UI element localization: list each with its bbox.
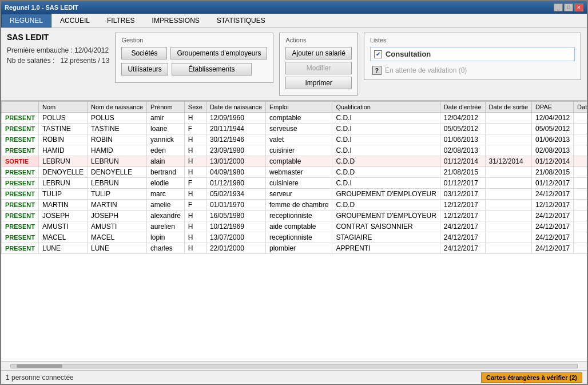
table-row[interactable]: PRESENTDENOYELLEDENOYELLEbertrandH04/09/… — [2, 167, 587, 178]
col-dpae: DPAE — [532, 102, 574, 113]
col-date-sortie: Date de sortie — [485, 102, 531, 113]
cell-2: POLUS — [88, 113, 147, 124]
cell-6: webmaster — [266, 167, 332, 178]
table-row[interactable]: PRESENTMACELMACELlopinH13/07/2000recepti… — [2, 232, 587, 243]
table-row[interactable]: SORTIELEBRUNLEBRUNalainH13/01/2000compta… — [2, 156, 587, 167]
cell-9 — [485, 232, 531, 243]
table-row[interactable]: PRESENTAMUSTIAMUSTIaurelienH10/12/1969ai… — [2, 221, 587, 232]
table-row[interactable]: PRESENTROBINROBINyannickH30/12/1946valet… — [2, 134, 587, 145]
cell-4: H — [184, 232, 206, 243]
cell-10: 01/12/2014 — [532, 156, 574, 167]
modifier-button[interactable]: Modifier — [285, 62, 351, 74]
cell-1: HAMID — [38, 145, 87, 156]
cell-4: H — [184, 156, 206, 167]
col-date-naissance: Date de naissance — [206, 102, 265, 113]
cell-11 — [574, 221, 587, 232]
premiere-embauche-label: Première embauche : — [7, 46, 73, 54]
cell-11 — [574, 156, 587, 167]
cell-0: PRESENT — [2, 211, 39, 221]
cell-1: LUNE — [38, 243, 87, 254]
cell-4: H — [184, 134, 206, 145]
scrollbar-thumb[interactable] — [17, 364, 62, 368]
tab-filtres[interactable]: FILTRES — [98, 14, 143, 27]
listes-title: Listes — [370, 37, 575, 43]
cell-5: 13/01/2000 — [206, 156, 265, 167]
cell-0: PRESENT — [2, 124, 39, 134]
employee-table-container[interactable]: Nom Nom de naissance Prénom Sexe Date de… — [1, 101, 587, 361]
cell-1: JOSEPH — [38, 211, 87, 221]
validation-question-btn[interactable]: ? — [372, 66, 382, 75]
cell-0: PRESENT — [2, 113, 39, 124]
table-row[interactable]: PRESENTHAMIDHAMIDedenH23/09/1980cuisinie… — [2, 145, 587, 156]
cell-4: F — [184, 200, 206, 211]
cell-1: AMUSTI — [38, 221, 87, 232]
utilisateurs-button[interactable]: Utilisateurs — [121, 63, 168, 76]
cell-6: comptable — [266, 156, 332, 167]
ajouter-salarie-button[interactable]: Ajouter un salarié — [285, 47, 351, 59]
cell-7: GROUPEMENT D'EMPLOYEUR — [332, 211, 440, 221]
cell-3: yannick — [147, 134, 185, 145]
cell-9 — [485, 167, 531, 178]
cell-5: 01/12/1980 — [206, 178, 265, 189]
cell-0: PRESENT — [2, 167, 39, 178]
gestion-box: Gestion Sociétés Groupements d'employeur… — [115, 33, 273, 83]
cell-8: 24/12/2017 — [440, 232, 485, 243]
table-row[interactable]: PRESENTTULIPTULIPmarcH05/02/1934serveurG… — [2, 189, 587, 200]
cell-7: APPRENTI — [332, 243, 440, 254]
table-row[interactable]: PRESENTLUNELUNEcharlesH22/01/2000plombie… — [2, 243, 587, 254]
consultation-checkbox[interactable]: ✔ — [374, 50, 382, 58]
cell-7: CONTRAT SAISONNIER — [332, 221, 440, 232]
cell-9 — [485, 124, 531, 134]
cell-11 — [574, 189, 587, 200]
table-row[interactable]: PRESENTJOSEPHJOSEPHalexandreH16/05/1980r… — [2, 211, 587, 221]
cell-1: LEBRUN — [38, 156, 87, 167]
tab-regunel[interactable]: REGUNEL — [1, 14, 51, 27]
cell-5: 30/12/1946 — [206, 134, 265, 145]
cell-3: alain — [147, 156, 185, 167]
col-qualification: Qualification — [332, 102, 440, 113]
cell-4: F — [184, 124, 206, 134]
cell-3: amir — [147, 113, 185, 124]
cell-3: alexandre — [147, 211, 185, 221]
scrollbar-track[interactable] — [10, 364, 578, 368]
cell-11 — [574, 113, 587, 124]
etablissements-button[interactable]: Établissements — [172, 63, 252, 76]
table-row[interactable]: PRESENTPOLUSPOLUSamirH12/09/1960comptabl… — [2, 113, 587, 124]
cell-8: 12/04/2012 — [440, 113, 485, 124]
table-row[interactable]: PRESENTMARTINMARTINamelieF01/01/1970femm… — [2, 200, 587, 211]
cell-6: cuisiniere — [266, 178, 332, 189]
table-row[interactable]: PRESENTTASTINETASTINEloaneF20/11/1944ser… — [2, 124, 587, 134]
horizontal-scrollbar[interactable] — [1, 361, 587, 370]
cartes-etrangeres-button[interactable]: Cartes étrangères à vérifier (2) — [481, 372, 582, 383]
table-row[interactable]: PRESENTLEBRUNLEBRUNelodieF01/12/1980cuis… — [2, 178, 587, 189]
status-bar: 1 personne connectée Cartes étrangères à… — [1, 370, 587, 384]
imprimer-button[interactable]: Imprimer — [285, 77, 351, 89]
cell-3: aurelien — [147, 221, 185, 232]
cell-11 — [574, 134, 587, 145]
cell-5: 12/09/1960 — [206, 113, 265, 124]
societes-button[interactable]: Sociétés — [121, 47, 167, 59]
top-panel: SAS LEDIT Première embauche : 12/04/2012… — [1, 28, 587, 101]
cell-4: H — [184, 189, 206, 200]
close-button[interactable]: ✕ — [574, 3, 583, 11]
main-window: Regunel 1.0 - SAS LEDIT _ □ ✕ REGUNEL AC… — [0, 0, 588, 385]
cell-10: 05/05/2012 — [532, 124, 574, 134]
cell-5: 20/11/1944 — [206, 124, 265, 134]
tab-accueil[interactable]: ACCUEIL — [51, 14, 98, 27]
tab-impressions[interactable]: IMPRESSIONS — [143, 14, 208, 27]
tab-statistiques[interactable]: STATISTIQUES — [208, 14, 274, 27]
cell-2: MACEL — [88, 232, 147, 243]
cell-6: aide comptable — [266, 221, 332, 232]
cell-6: comptable — [266, 113, 332, 124]
cell-1: TULIP — [38, 189, 87, 200]
cell-9 — [485, 243, 531, 254]
cell-5: 01/01/1970 — [206, 200, 265, 211]
groupements-button[interactable]: Groupements d'employeurs — [170, 47, 267, 59]
cell-11 — [574, 200, 587, 211]
cell-0: PRESENT — [2, 243, 39, 254]
maximize-button[interactable]: □ — [564, 3, 573, 11]
minimize-button[interactable]: _ — [554, 3, 563, 11]
consultation-row[interactable]: ✔ Consultation — [370, 47, 575, 61]
cell-7: C.D.I — [332, 113, 440, 124]
cell-5: 05/02/1934 — [206, 189, 265, 200]
